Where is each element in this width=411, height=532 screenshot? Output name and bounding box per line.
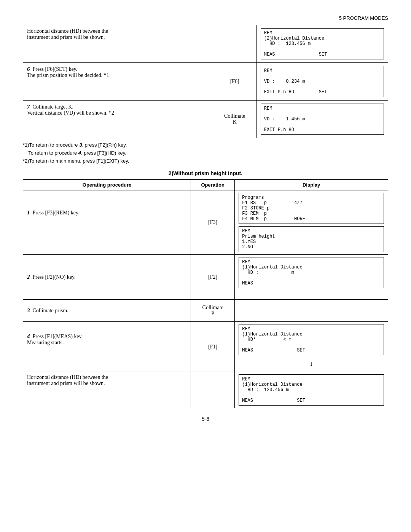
procedure-cell: 7 Collimate target K.Vertical distance (… [23,101,213,138]
procedure-cell: Horizontal distance (HD) between theinst… [23,372,191,408]
operation-cell [213,25,256,63]
display-box: REMVD : 0.234 mEXIT P.h HD SET [261,66,384,97]
operation-text: [F2] [208,274,217,280]
bottom-table: Operating procedure Operation Display 1 … [23,179,388,408]
page-number: 5-6 [23,416,388,422]
display-box: REMPrism height1.YES2.NO [239,226,384,252]
table-row: 6 Press [F6](SET) key.The prism position… [23,63,388,101]
operation-cell: CollimateP [191,300,235,322]
display-cell: REM(2)Horizontal Distance HD : 123.456 m… [256,25,388,63]
procedure-cell: 1 Press [F3](REM) key. [23,190,191,255]
display-box: REMVD : 1.456 mEXIT P.h HD [261,104,384,135]
table-row: Horizontal distance (HD) between theinst… [23,25,388,63]
display-cell: REM(1)Horizontal Distance HD : 123.456 m… [235,372,388,408]
arrow-down-icon: ↓ [239,358,384,369]
display-cell [235,300,388,322]
display-cell: ProgramsF1 BS p 4/7F2 STORE pF3 REM pF4 … [235,190,388,255]
table-row: 3 Collimate prism. CollimateP [23,300,388,322]
top-table: Horizontal distance (HD) between theinst… [23,25,388,138]
header-display: Display [235,180,388,190]
operation-cell: [F6] [213,63,256,101]
operation-text: [F6] [230,78,239,84]
table-row: 2 Press [F2](NO) key. [F2] REM(1)Horizon… [23,255,388,300]
operation-cell [191,372,235,408]
operation-cell: [F2] [191,255,235,300]
operation-cell: [F3] [191,190,235,255]
table-row: 7 Collimate target K.Vertical distance (… [23,101,388,138]
display-box: REM(2)Horizontal Distance HD : 123.456 m… [261,28,384,59]
display-box: REM(1)Horizontal Distance HD : 123.456 m… [239,374,384,406]
procedure-cell: 6 Press [F6](SET) key.The prism position… [23,63,213,101]
display-cell: REMVD : 1.456 mEXIT P.h HD [256,101,388,138]
header-operation: Operation [191,180,235,190]
procedure-text: Horizontal distance (HD) between theinst… [27,28,108,40]
table-row: 1 Press [F3](REM) key. [F3] ProgramsF1 B… [23,190,388,255]
page-header: 5 PROGRAM MODES [23,15,388,21]
operation-text: CollimateP [202,305,223,316]
operation-text: [F1] [208,344,217,350]
operation-text: [F3] [208,219,217,225]
header-title: 5 PROGRAM MODES [339,15,388,21]
table-row: 4 Press [F1](MEAS) key.Measuring starts.… [23,322,388,372]
display-box: REM(1)Horizontal Distance HD* < mMEAS SE… [239,324,384,355]
display-box: ProgramsF1 BS p 4/7F2 STORE pF3 REM pF4 … [239,193,384,224]
display-box: REM(1)Horizontal Distance HD : mMEAS [239,257,384,288]
procedure-cell: 3 Collimate prism. [23,300,191,322]
procedure-cell: Horizontal distance (HD) between theinst… [23,25,213,63]
operation-cell: CollimateK [213,101,256,138]
operation-cell: [F1] [191,322,235,372]
display-cell: REMVD : 0.234 mEXIT P.h HD SET [256,63,388,101]
footnotes: *1)To return to procedure 3, press [F2](… [23,141,388,165]
procedure-cell: 2 Press [F2](NO) key. [23,255,191,300]
procedure-cell: 4 Press [F1](MEAS) key.Measuring starts. [23,322,191,372]
display-cell: REM(1)Horizontal Distance HD* < mMEAS SE… [235,322,388,372]
table-row: Horizontal distance (HD) between theinst… [23,372,388,408]
table-header-row: Operating procedure Operation Display [23,180,388,190]
operation-text: CollimateK [224,113,245,125]
display-cell: REM(1)Horizontal Distance HD : mMEAS [235,255,388,300]
header-procedure: Operating procedure [23,180,191,190]
section2-heading: 2)Without prism height input. [23,170,388,176]
